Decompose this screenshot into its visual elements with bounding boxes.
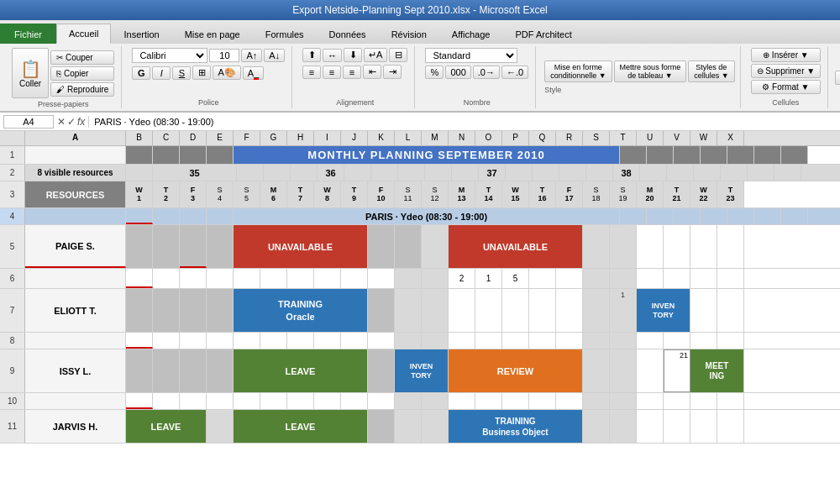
cell-n7[interactable] [449, 289, 475, 332]
decrease-decimal[interactable]: ←.0 [501, 66, 528, 79]
cell-e10[interactable] [207, 393, 234, 409]
col-i-header[interactable]: I [314, 131, 341, 145]
cell-d6[interactable] [180, 269, 207, 288]
cell-s11[interactable] [583, 410, 610, 443]
indent-increase[interactable]: ⇥ [383, 65, 402, 79]
align-top[interactable]: ⬆ [302, 48, 321, 62]
col-j-header[interactable]: J [341, 131, 368, 145]
cell-k7[interactable] [368, 289, 395, 332]
cell-i8[interactable] [314, 333, 341, 349]
cell-x8[interactable] [717, 333, 744, 349]
cell-j8[interactable] [341, 333, 368, 349]
cell-x1[interactable] [781, 146, 808, 164]
cell-u9[interactable] [637, 349, 664, 392]
supprimer-button[interactable]: ⊖ Supprimer ▼ [751, 64, 822, 78]
cell-a8[interactable] [25, 333, 126, 349]
cell-v10[interactable] [664, 393, 690, 409]
cell-f8[interactable] [234, 333, 260, 349]
align-bottom[interactable]: ⬇ [344, 48, 362, 62]
cell-e6[interactable] [207, 269, 234, 288]
col-e-header[interactable]: E [207, 131, 234, 145]
cell-e11[interactable] [207, 410, 234, 443]
cell-c5[interactable] [153, 225, 180, 268]
cell-d5[interactable] [180, 225, 207, 268]
cell-p8[interactable] [502, 333, 529, 349]
fill-color-button[interactable]: A🎨 [213, 66, 240, 80]
cell-v4[interactable] [727, 208, 754, 224]
wrap-text[interactable]: ↵A [364, 48, 387, 62]
cell-u8[interactable] [637, 333, 664, 349]
cell-w1[interactable] [754, 146, 781, 164]
cell-b5[interactable] [126, 225, 153, 268]
cell-b4[interactable] [126, 208, 153, 224]
tab-insertion[interactable]: Insertion [111, 24, 171, 44]
col-m-header[interactable]: M [422, 131, 449, 145]
cell-i10[interactable] [314, 393, 341, 409]
cell-t9[interactable] [610, 349, 637, 392]
col-a-header[interactable]: A [25, 131, 126, 145]
cell-m8[interactable] [422, 333, 449, 349]
cell-t10[interactable] [610, 393, 637, 409]
cell-w7[interactable] [690, 289, 717, 332]
conditional-format-button[interactable]: Mise en formeconditionnelle ▼ [544, 60, 612, 82]
cell-b1[interactable] [126, 146, 153, 164]
cell-k10[interactable] [368, 393, 395, 409]
cell-r4[interactable] [620, 208, 647, 224]
tab-revision[interactable]: Révision [379, 24, 439, 44]
cell-q6[interactable] [529, 269, 556, 288]
cell-b8[interactable] [126, 333, 153, 349]
cell-n10[interactable] [449, 393, 475, 409]
cell-styles-button[interactable]: Styles decellules ▼ [688, 60, 734, 82]
align-center[interactable]: ≡ [323, 66, 341, 79]
cell-v11[interactable] [664, 410, 690, 443]
cell-w5[interactable] [690, 225, 717, 268]
cell-x10[interactable] [717, 393, 744, 409]
cell-i6[interactable] [314, 269, 341, 288]
cell-t4[interactable] [674, 208, 701, 224]
cell-m10[interactable] [422, 393, 449, 409]
cell-a4[interactable] [25, 208, 126, 224]
col-x-header[interactable]: X [717, 131, 744, 145]
sum-button[interactable]: Σ ▼ [835, 71, 840, 85]
cell-e9[interactable] [207, 349, 234, 392]
cell-l5[interactable] [395, 225, 422, 268]
thousand-sep[interactable]: 000 [445, 66, 470, 79]
cell-x7[interactable] [717, 289, 744, 332]
col-l-header[interactable]: L [395, 131, 422, 145]
table-format-button[interactable]: Mettre sous formede tableau ▼ [614, 60, 687, 82]
inserer-button[interactable]: ⊕ Insérer ▼ [751, 48, 822, 62]
cell-b7[interactable] [126, 289, 153, 332]
cell-m7-wknd[interactable] [422, 289, 449, 332]
coller-button[interactable]: 📋 Coller [12, 48, 49, 98]
cell-c8[interactable] [153, 333, 180, 349]
cell-l10[interactable] [395, 393, 422, 409]
cell-w10[interactable] [690, 393, 717, 409]
cell-p6[interactable]: 5 [502, 269, 529, 288]
align-right[interactable]: ≡ [343, 66, 361, 79]
cell-t5[interactable] [610, 225, 637, 268]
cell-e1[interactable] [207, 146, 234, 164]
font-size-decrease[interactable]: A↓ [264, 49, 285, 62]
border-button[interactable]: ⊞ [192, 66, 211, 80]
cell-b10[interactable] [126, 393, 153, 409]
cell-e7[interactable] [207, 289, 234, 332]
col-g-header[interactable]: G [260, 131, 287, 145]
cell-c10[interactable] [153, 393, 180, 409]
cell-o6[interactable]: 1 [475, 269, 502, 288]
merge-cells[interactable]: ⊟ [389, 48, 407, 62]
cell-r6[interactable] [556, 269, 583, 288]
col-d-header[interactable]: D [180, 131, 207, 145]
couper-button[interactable]: ✂ Couper [50, 50, 114, 65]
cell-a6[interactable] [25, 269, 126, 288]
cell-d9[interactable] [180, 349, 207, 392]
col-u-header[interactable]: U [637, 131, 664, 145]
cell-x6[interactable] [717, 269, 744, 288]
bold-button[interactable]: G [132, 66, 150, 80]
font-name-select[interactable]: Calibri [132, 48, 207, 63]
cell-t1[interactable] [674, 146, 701, 164]
cell-r8[interactable] [556, 333, 583, 349]
cell-k9[interactable] [368, 349, 395, 392]
cell-g8[interactable] [260, 333, 287, 349]
cell-k8[interactable] [368, 333, 395, 349]
cell-j10[interactable] [341, 393, 368, 409]
